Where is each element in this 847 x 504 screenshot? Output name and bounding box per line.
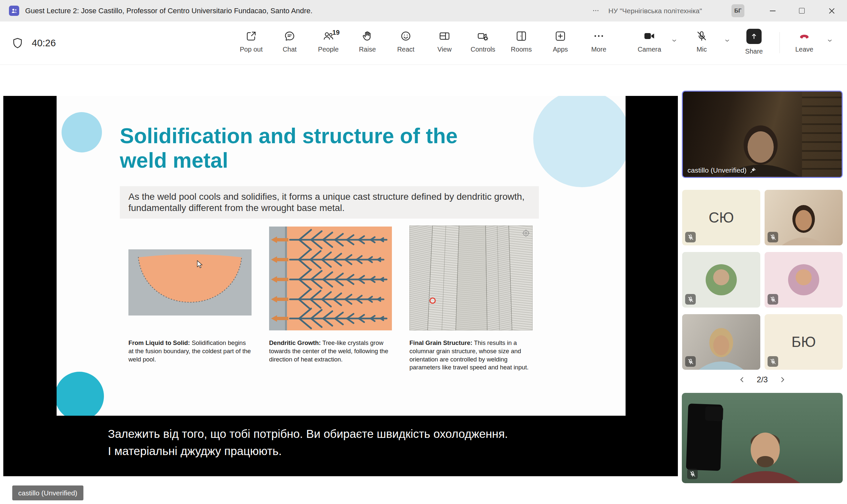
- people-button[interactable]: 19 People: [311, 30, 346, 60]
- share-button[interactable]: Share: [737, 29, 771, 59]
- speaker-name-label: castillo (Unverified): [688, 166, 757, 174]
- raise-hand-button[interactable]: Raise: [350, 30, 385, 60]
- caption-from-liquid: From Liquid to Solid: Solidification beg…: [128, 339, 252, 363]
- caption-lead: Dendritic Growth:: [269, 339, 321, 346]
- rooms-label: Rooms: [511, 46, 532, 53]
- weld-pool-diagram: [128, 249, 252, 316]
- participant-tile-1[interactable]: СЮ: [682, 190, 760, 246]
- toolbar-divider: [779, 32, 780, 53]
- controls-button[interactable]: Controls: [466, 30, 500, 60]
- apps-icon: [554, 30, 566, 42]
- mic-off-indicator: [767, 356, 778, 367]
- tenant-name: НУ "Чернігівська політехніка": [608, 0, 702, 21]
- room-camera-tile[interactable]: [682, 393, 843, 483]
- main-speaker-tile[interactable]: castillo (Unverified): [682, 91, 843, 178]
- rooms-button[interactable]: Rooms: [504, 30, 538, 60]
- meeting-toolbar: 40:26 Pop out Chat 19 People: [0, 21, 847, 65]
- speaker-video: [683, 92, 842, 177]
- titlebar-overflow-button[interactable]: [588, 4, 603, 17]
- slide-title-line2: weld metal: [120, 148, 458, 173]
- participant-tile-4[interactable]: [765, 252, 843, 308]
- mic-options-chevron[interactable]: [721, 35, 733, 47]
- mic-button[interactable]: Mic: [685, 30, 719, 60]
- participant-tile-2[interactable]: [765, 190, 843, 246]
- leave-phone-icon: [798, 30, 811, 42]
- minimize-icon: [770, 11, 776, 11]
- participant-tile-3[interactable]: [682, 252, 760, 308]
- participant-avatar: [788, 264, 819, 295]
- caption-lead: Final Grain Structure:: [410, 339, 472, 346]
- react-label: React: [397, 46, 414, 53]
- react-smiley-icon: [400, 30, 412, 42]
- camera-options-chevron[interactable]: [668, 35, 680, 47]
- chevron-left-icon: [738, 376, 746, 384]
- participant-tile-5[interactable]: [682, 314, 760, 370]
- chevron-right-icon: [778, 376, 786, 384]
- decor-circle-bottomleft: [57, 372, 104, 416]
- chat-icon: [284, 30, 296, 42]
- mic-off-indicator: [685, 294, 696, 305]
- window-minimize-button[interactable]: [758, 0, 787, 21]
- view-layout-icon: [438, 30, 450, 42]
- camera-label: Camera: [638, 46, 661, 53]
- more-dots-icon: [593, 30, 605, 42]
- people-label: People: [318, 46, 339, 53]
- chat-label: Chat: [283, 46, 297, 53]
- camera-icon: [643, 30, 655, 42]
- mic-off-indicator: [767, 294, 778, 305]
- camera-button[interactable]: Camera: [632, 30, 667, 60]
- mic-off-indicator: [685, 356, 696, 367]
- mic-muted-icon: [696, 30, 708, 42]
- caption-lead: From Liquid to Solid:: [128, 339, 190, 346]
- apps-button[interactable]: Apps: [543, 30, 577, 60]
- pagination-label: 2/3: [757, 375, 767, 384]
- teams-app-icon: [9, 6, 19, 16]
- slide-title: Solidification and structure of the weld…: [120, 124, 458, 173]
- more-button[interactable]: More: [582, 30, 616, 60]
- live-captions: Залежить від того, що тобі потрібно. Ви …: [108, 425, 508, 460]
- next-page-button[interactable]: [777, 374, 789, 385]
- decor-circle-right: [533, 96, 626, 187]
- participant-avatar: [706, 264, 737, 295]
- chat-button[interactable]: Chat: [272, 30, 307, 60]
- speaker-name-text: castillo (Unverified): [688, 166, 747, 174]
- live-caption-line1: Залежить від того, що тобі потрібно. Ви …: [108, 425, 508, 443]
- account-avatar[interactable]: БГ: [731, 4, 744, 17]
- caption-dendritic-growth: Dendritic Growth: Tree-like crystals gro…: [269, 339, 393, 363]
- slide-intro-panel: As the weld pool cools and solidifies, i…: [120, 186, 539, 219]
- window-close-button[interactable]: [816, 0, 847, 21]
- popout-label: Pop out: [240, 46, 263, 53]
- meeting-timer: 40:26: [32, 21, 56, 65]
- chevron-down-icon: [724, 38, 730, 44]
- grain-micrograph: [410, 226, 533, 330]
- close-icon: [829, 8, 835, 14]
- popout-icon: [245, 30, 257, 42]
- more-label: More: [591, 46, 606, 53]
- slide-intro-text: As the weld pool cools and solidifies, i…: [128, 192, 525, 213]
- leave-button[interactable]: Leave: [787, 30, 822, 60]
- red-marker-icon: [430, 298, 435, 303]
- mic-off-indicator: [687, 469, 698, 479]
- previous-page-button[interactable]: [736, 374, 748, 385]
- leave-options-chevron[interactable]: [824, 35, 836, 47]
- meeting-title: Guest Lecture 2: Jose Castillo, Professo…: [25, 0, 312, 21]
- participants-pagination: 2/3: [682, 372, 843, 388]
- privacy-shield-icon: [11, 36, 24, 50]
- leave-label: Leave: [795, 46, 814, 53]
- presentation-slide: Solidification and structure of the weld…: [57, 96, 626, 416]
- camera-rig-silhouette: [686, 403, 723, 471]
- live-caption-line2: І матеріальні джуджу працюють.: [108, 443, 508, 460]
- participant-tile-6[interactable]: БЮ: [765, 314, 843, 370]
- react-button[interactable]: React: [388, 30, 423, 60]
- titlebar: Guest Lecture 2: Jose Castillo, Professo…: [0, 0, 847, 21]
- raise-hand-icon: [361, 30, 373, 42]
- window-maximize-button[interactable]: [787, 0, 816, 21]
- view-button[interactable]: View: [427, 30, 462, 60]
- teams-meeting-window: Guest Lecture 2: Jose Castillo, Professo…: [0, 0, 847, 504]
- raise-label: Raise: [359, 46, 376, 53]
- overflow-dots-icon: [591, 6, 600, 15]
- popout-button[interactable]: Pop out: [234, 30, 269, 60]
- shared-content-stage: Solidification and structure of the weld…: [3, 96, 678, 476]
- caption-final-grain: Final Grain Structure: This results in a…: [410, 339, 533, 372]
- pin-icon[interactable]: [749, 167, 757, 174]
